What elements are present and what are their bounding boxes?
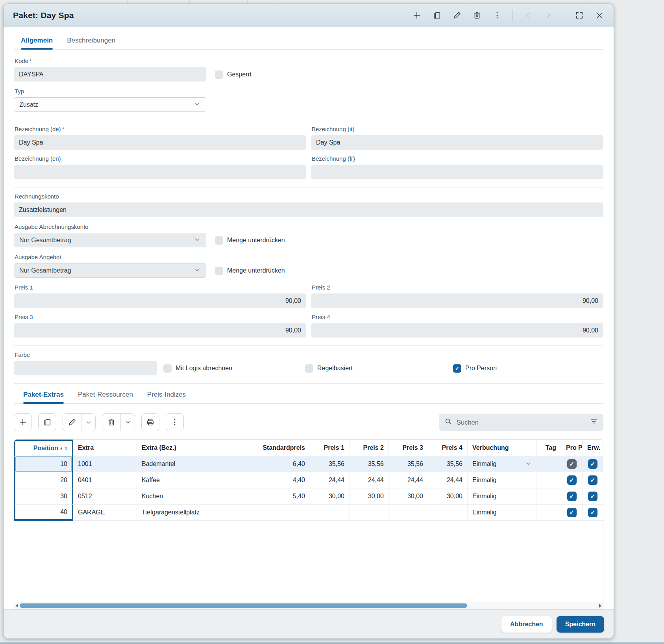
cell-extra-bez[interactable]: Kaffee <box>137 472 247 488</box>
pro-p-checkbox[interactable] <box>567 492 577 501</box>
cell-position[interactable]: 10 <box>14 456 73 472</box>
save-button[interactable]: Speichern <box>557 616 604 633</box>
column-header-extra-bez[interactable]: Extra (Bez.) <box>137 440 247 456</box>
cell-extra[interactable]: 1001 <box>73 456 137 472</box>
preis2-field[interactable] <box>311 293 603 308</box>
column-header-preis4[interactable]: Preis 4 <box>428 440 468 456</box>
delete-icon[interactable] <box>472 11 482 20</box>
tab-paket-ressourcen[interactable]: Paket-Ressourcen <box>78 391 133 403</box>
cell-preis2[interactable]: 35,56 <box>350 456 389 472</box>
kode-field[interactable] <box>14 67 206 82</box>
cell-preis3[interactable] <box>389 505 428 521</box>
table-row[interactable]: 40 GARAGE Tiefgaragenstellplatz Einmalig <box>14 505 603 521</box>
column-header-verbuchung[interactable]: Verbuchung <box>468 440 537 456</box>
bez-en-field[interactable] <box>14 165 306 179</box>
row-edit-dropdown[interactable] <box>81 414 95 431</box>
filter-icon[interactable] <box>590 418 598 427</box>
table-row[interactable]: 30 0512 Kuchen 5,40 30,00 30,00 30,00 30… <box>14 488 603 505</box>
cell-tag[interactable] <box>537 472 561 488</box>
pro-p-checkbox[interactable] <box>567 459 577 469</box>
tab-allgemein[interactable]: Allgemein <box>21 37 53 49</box>
erw-checkbox[interactable] <box>588 475 597 485</box>
tab-paket-extras[interactable]: Paket-Extras <box>23 391 64 403</box>
cell-preis4[interactable]: 24,44 <box>428 472 468 488</box>
cell-standardpreis[interactable]: 4,40 <box>247 472 310 488</box>
row-add-button[interactable] <box>14 413 32 431</box>
cell-extra[interactable]: GARAGE <box>73 505 137 521</box>
more-options-button[interactable] <box>166 413 184 431</box>
cell-verbuchung[interactable]: Einmalig <box>468 488 537 505</box>
fullscreen-icon[interactable] <box>575 11 584 20</box>
cell-preis1[interactable]: 35,56 <box>310 456 350 472</box>
cell-standardpreis[interactable]: 6,40 <box>247 456 310 472</box>
typ-select[interactable]: Zusatz <box>14 97 206 112</box>
close-icon[interactable] <box>595 11 604 20</box>
cell-extra-bez[interactable]: Tiefgaragenstellplatz <box>137 505 247 521</box>
cell-preis3[interactable]: 35,56 <box>389 456 428 472</box>
erw-checkbox[interactable] <box>588 508 597 517</box>
tab-preis-indizes[interactable]: Preis-Indizes <box>147 391 186 403</box>
cell-extra-bez[interactable]: Kuchen <box>137 488 247 505</box>
row-delete-button[interactable] <box>102 414 120 431</box>
cell-preis4[interactable]: 30,00 <box>428 488 468 505</box>
copy-icon[interactable] <box>432 11 442 20</box>
column-header-preis1[interactable]: Preis 1 <box>310 440 350 456</box>
scrollbar-thumb[interactable] <box>20 603 467 608</box>
pro-p-checkbox[interactable] <box>567 475 577 485</box>
cell-position[interactable]: 40 <box>14 505 73 521</box>
cell-standardpreis[interactable]: 5,40 <box>247 488 310 505</box>
cell-tag[interactable] <box>537 456 561 472</box>
menge-unterdruecken-checkbox-2[interactable] <box>215 267 223 275</box>
column-header-standardpreis[interactable]: Standardpreis <box>247 440 310 456</box>
nav-forward-icon[interactable] <box>544 11 553 20</box>
ausgabe-angebot-select[interactable]: Nur Gesamtbetrag <box>14 263 206 278</box>
gesperrt-checkbox[interactable] <box>215 71 223 79</box>
row-copy-button[interactable] <box>38 413 56 431</box>
cell-preis1[interactable]: 24,44 <box>310 472 350 488</box>
cell-verbuchung-select[interactable]: Einmalig <box>468 456 537 472</box>
table-row[interactable]: 20 0401 Kaffee 4,40 24,44 24,44 24,44 24… <box>14 472 603 488</box>
cell-preis1[interactable] <box>310 505 350 521</box>
cell-preis1[interactable]: 30,00 <box>310 488 350 505</box>
rechnungskonto-field[interactable] <box>14 202 603 217</box>
preis4-field[interactable] <box>311 323 603 338</box>
table-row[interactable]: 10 1001 Bademantel 6,40 35,56 35,56 35,5… <box>14 456 603 472</box>
cell-tag[interactable] <box>537 488 561 505</box>
mit-logis-checkbox[interactable] <box>163 364 172 373</box>
erw-checkbox[interactable] <box>588 459 597 469</box>
cancel-button[interactable]: Abbrechen <box>501 616 552 633</box>
cell-verbuchung[interactable]: Einmalig <box>468 505 537 521</box>
cell-preis2[interactable]: 30,00 <box>350 488 389 505</box>
scroll-right-icon[interactable] <box>599 604 601 608</box>
farbe-field[interactable] <box>14 361 157 375</box>
cell-preis3[interactable]: 24,44 <box>389 472 428 488</box>
cell-extra[interactable]: 0401 <box>73 472 137 488</box>
scroll-left-icon[interactable] <box>16 604 18 608</box>
regelbasiert-checkbox[interactable] <box>305 364 313 373</box>
cell-preis4[interactable]: 35,56 <box>428 456 468 472</box>
cell-extra-bez[interactable]: Bademantel <box>137 456 247 472</box>
column-header-erw[interactable]: Erw. <box>583 440 603 456</box>
column-header-preis2[interactable]: Preis 2 <box>350 440 389 456</box>
column-header-preis3[interactable]: Preis 3 <box>389 440 428 456</box>
pro-p-checkbox[interactable] <box>567 508 577 517</box>
menge-unterdruecken-checkbox-1[interactable] <box>215 236 223 245</box>
search-input[interactable] <box>457 419 586 426</box>
bez-fr-field[interactable] <box>311 165 603 179</box>
cell-preis2[interactable]: 24,44 <box>350 472 389 488</box>
cell-extra[interactable]: 0512 <box>73 488 137 505</box>
cell-position[interactable]: 30 <box>14 488 73 505</box>
cell-standardpreis[interactable] <box>247 505 310 521</box>
preis1-field[interactable] <box>14 293 306 308</box>
cell-position[interactable]: 20 <box>14 472 73 488</box>
cell-tag[interactable] <box>537 505 561 521</box>
print-button[interactable] <box>141 413 159 431</box>
column-header-extra[interactable]: Extra <box>73 440 137 456</box>
cell-preis4[interactable] <box>428 505 468 521</box>
tab-beschreibungen[interactable]: Beschreibungen <box>67 37 115 49</box>
kebab-menu-icon[interactable] <box>492 11 502 20</box>
column-header-position[interactable]: Position▲1 <box>14 440 73 456</box>
bez-it-field[interactable] <box>311 135 603 150</box>
bez-de-field[interactable] <box>14 135 306 150</box>
edit-icon[interactable] <box>452 11 462 20</box>
